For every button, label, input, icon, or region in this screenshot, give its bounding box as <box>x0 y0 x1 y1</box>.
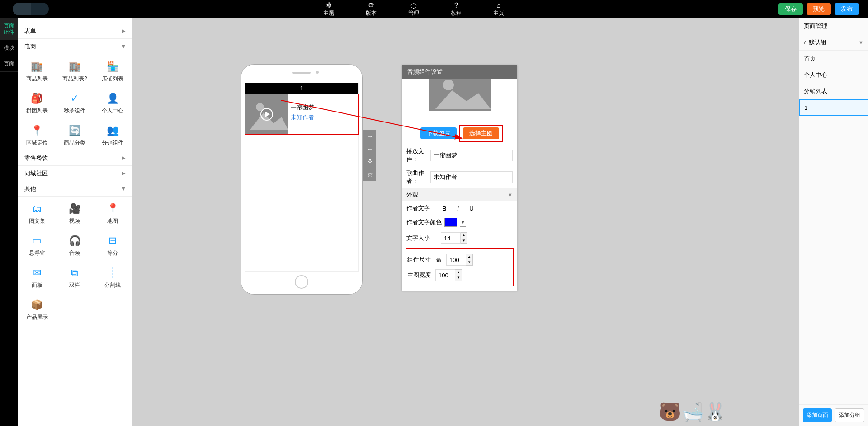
topnav-item[interactable]: ？教程 <box>451 1 462 17</box>
authorcolor-label: 作者文字颜色 <box>406 218 442 226</box>
section-community[interactable]: 同城社区 ▶ <box>18 166 132 181</box>
topnav-item[interactable]: ⌂主页 <box>493 1 504 17</box>
page-item[interactable]: 分销列表 <box>799 83 868 99</box>
component-item[interactable]: 👥分销组件 <box>94 118 132 150</box>
component-label: 音频 <box>56 249 94 257</box>
stepper-down-icon[interactable]: ▼ <box>461 238 467 243</box>
italic-button[interactable]: I <box>454 205 462 212</box>
fontsize-input[interactable] <box>441 232 461 244</box>
appearance-label: 外观 <box>406 191 418 199</box>
section-ecommerce[interactable]: 电商 ▶ <box>18 39 132 54</box>
chevron-down-icon: ▶ <box>121 187 127 191</box>
add-page-button[interactable]: 添加页面 <box>803 408 832 422</box>
topnav-item[interactable]: ⟳版本 <box>366 1 377 17</box>
component-item[interactable]: 👤个人中心 <box>94 86 132 118</box>
sidetool-arrow-left-icon[interactable]: ← <box>363 143 376 155</box>
page-panel: 页面管理 ⌂ 默认组 ▼ 首页个人中心分销列表1 添加页面 添加分组 <box>799 18 868 426</box>
component-item[interactable]: 🏪店铺列表 <box>94 54 132 86</box>
height-input[interactable] <box>446 254 466 266</box>
component-label: 分割线 <box>94 281 132 289</box>
component-item[interactable]: ┊分割线 <box>94 261 132 293</box>
rail-tab[interactable]: 页面组件 <box>0 18 18 40</box>
component-item[interactable]: ⧉双栏 <box>56 261 94 293</box>
stepper-up-icon[interactable]: ▲ <box>461 233 467 238</box>
page-item[interactable]: 个人中心 <box>799 67 868 83</box>
chevron-down-icon: ▼ <box>859 34 863 51</box>
height-label: 高 <box>435 256 443 264</box>
rail-tab[interactable]: 页面 <box>0 56 18 72</box>
color-dropdown-button[interactable]: ▼ <box>460 218 466 227</box>
add-group-button[interactable]: 添加分组 <box>835 408 864 422</box>
stepper-up-icon[interactable]: ▲ <box>455 270 462 275</box>
svg-marker-5 <box>435 90 491 109</box>
component-item[interactable]: ✓秒杀组件 <box>56 86 94 118</box>
logo <box>13 3 49 15</box>
page-item[interactable]: 首页 <box>799 51 868 67</box>
component-label: 分销组件 <box>94 139 132 147</box>
section-label: 同城社区 <box>24 169 48 178</box>
component-icon: 📍 <box>94 202 132 215</box>
imgw-input[interactable] <box>435 269 455 281</box>
topnav-item[interactable]: ✲主题 <box>323 1 334 17</box>
section-retail[interactable]: 零售餐饮 ▶ <box>18 150 132 166</box>
color-swatch[interactable] <box>444 218 457 227</box>
earpiece-icon <box>292 72 311 74</box>
page-item[interactable]: 1 <box>799 99 868 116</box>
file-input[interactable] <box>430 150 513 161</box>
stepper-down-icon[interactable]: ▼ <box>466 260 472 265</box>
download-image-button[interactable]: 下载图片 <box>420 127 457 139</box>
settings-title: 音频组件设置 <box>402 65 517 79</box>
appearance-section[interactable]: 外观 ▼ <box>402 188 517 201</box>
component-item[interactable]: 🏬商品列表 <box>18 54 56 86</box>
component-item[interactable]: ▭悬浮窗 <box>18 229 56 261</box>
rail-tab[interactable]: 模块 <box>0 40 18 56</box>
underline-button[interactable]: U <box>468 205 475 212</box>
pick-main-image-button[interactable]: 选择主图 <box>463 127 499 139</box>
component-label: 拼团列表 <box>18 107 56 115</box>
component-item[interactable]: ⊟等分 <box>94 229 132 261</box>
component-label: 商品列表2 <box>56 75 94 83</box>
topnav-item[interactable]: ◌管理 <box>408 1 419 17</box>
topnav-label: 版本 <box>366 9 377 17</box>
component-label: 视频 <box>56 217 94 225</box>
component-icon: 👥 <box>94 124 132 137</box>
topnav-label: 主页 <box>493 9 504 17</box>
bold-button[interactable]: B <box>441 205 448 212</box>
author-input[interactable] <box>430 171 513 183</box>
stepper-up-icon[interactable]: ▲ <box>466 254 472 260</box>
comp-size-label: 组件尺寸 <box>407 256 433 264</box>
section-form[interactable]: 表单 ▶ <box>18 23 132 39</box>
phone-screen: 1 一帘幽梦 未知作者 <box>245 83 359 272</box>
sidetool-arrow-right-icon[interactable]: → <box>363 130 376 143</box>
sidetool-star-icon[interactable]: ☆ <box>363 168 376 181</box>
component-item[interactable]: 📍区域定位 <box>18 118 56 150</box>
section-other[interactable]: 其他 ▶ <box>18 181 132 197</box>
component-icon: 📦 <box>18 298 56 312</box>
home-button-icon <box>295 275 308 289</box>
audio-component-selected[interactable]: 一帘幽梦 未知作者 <box>245 94 359 135</box>
audio-meta: 一帘幽梦 未知作者 <box>288 94 358 134</box>
page-panel-title: 页面管理 <box>799 18 868 34</box>
component-item[interactable]: 📍地图 <box>94 197 132 229</box>
publish-button[interactable]: 发布 <box>835 3 859 15</box>
topnav-icon: ◌ <box>408 1 419 9</box>
component-item[interactable]: 🗂图文集 <box>18 197 56 229</box>
preview-button[interactable]: 预览 <box>807 3 831 15</box>
component-item[interactable]: 🎥视频 <box>56 197 94 229</box>
component-item[interactable]: ✉面板 <box>18 261 56 293</box>
page-group[interactable]: ⌂ 默认组 ▼ <box>799 34 868 51</box>
save-button[interactable]: 保存 <box>778 3 803 15</box>
component-item[interactable]: 📦产品展示 <box>18 293 56 325</box>
component-item[interactable]: 🔄商品分类 <box>56 118 94 150</box>
component-item[interactable]: 🎒拼团列表 <box>18 86 56 118</box>
component-icon: ┊ <box>94 266 132 280</box>
component-item[interactable]: 🏬商品列表2 <box>56 54 94 86</box>
component-icon: 🏬 <box>56 60 94 73</box>
stepper-down-icon[interactable]: ▼ <box>455 275 462 281</box>
svg-marker-3 <box>265 112 270 117</box>
mascot-decoration: 🐻🛁🐰 <box>659 401 726 422</box>
group-label: 默认组 <box>809 39 826 46</box>
component-label: 秒杀组件 <box>56 107 94 115</box>
sidetool-share-icon[interactable]: ⚘ <box>363 155 376 168</box>
component-item[interactable]: 🎧音频 <box>56 229 94 261</box>
